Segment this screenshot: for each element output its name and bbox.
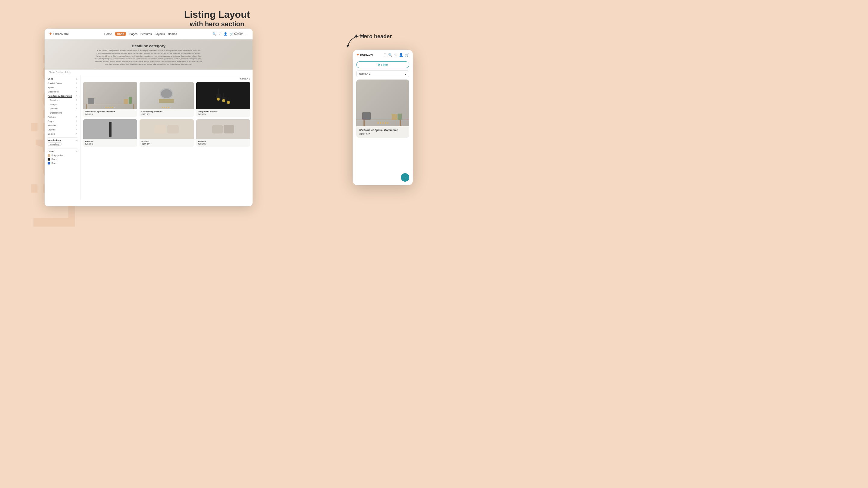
svg-marker-0 (347, 45, 349, 47)
filter-colour: Colour × (48, 150, 78, 153)
product-name-5: Product (141, 140, 192, 142)
filter-tag-luxuryliving[interactable]: luxuryliving (48, 142, 61, 146)
mobile-filter-button[interactable]: ⚙ Filter (356, 61, 409, 68)
hero-annotation: ✦ Hero header (354, 33, 392, 40)
account-icon[interactable]: 👤 (224, 32, 227, 36)
product-card-2[interactable]: ★ ★ ★ ★ ★ Chair with properties €495.95* (140, 82, 193, 117)
browser-nav-links: Home Shop Pages Features Layouts Demos (104, 32, 177, 36)
logo-icon: ✦ (49, 32, 52, 36)
product-name-6: Product (198, 140, 248, 142)
products-grid: ★ ★ ★ ★ ★ 3D Product Spatial Commerce €4… (83, 82, 250, 147)
product-price-2: €495.95* (141, 113, 192, 116)
product-info-2: Chair with properties €495.95* (140, 109, 193, 117)
page-title-main: Listing Layout (184, 9, 250, 20)
mobile-mockup: ✦ HORIZON ☰ 🔍 ♡ 👤 🛒 ⚙ Filter Name A-Z ∨ (352, 50, 413, 185)
product-name-1: 3D Product Spatial Commerce (85, 110, 135, 113)
page-title-sub: with hero section (184, 20, 250, 28)
product-price-4: €495.95* (85, 143, 135, 145)
products-sort-header: Name A-Z (83, 77, 250, 80)
sidebar-item-layouts[interactable]: Layouts ∨ (48, 127, 78, 132)
mobile-scroll-top-button[interactable]: ↑ (401, 173, 409, 182)
interior-objects (83, 82, 137, 109)
mobile-logo: ✦ HORIZON (356, 53, 373, 57)
nav-home[interactable]: Home (104, 32, 112, 36)
mobile-logo-text: HORIZON (360, 53, 373, 56)
nav-pages[interactable]: Pages (129, 32, 137, 36)
color-row-beige[interactable]: Beige yellow (48, 153, 78, 157)
product-card-5[interactable]: Product €495.95* (140, 119, 193, 147)
product-info-4: Product €495.95* (83, 139, 137, 147)
sidebar-item-lamps[interactable]: Lamps ∨ (48, 102, 78, 106)
hero-section: Headline category In the Theme Configura… (44, 39, 253, 70)
mobile-logo-icon: ✦ (356, 53, 359, 57)
product-card-6[interactable]: Product €495.95* (196, 119, 250, 147)
product-price-1: €495.95* (85, 113, 135, 116)
product-name-3: Lamp main product (198, 110, 248, 113)
books-object (124, 99, 128, 104)
mobile-cart-icon[interactable]: 🛒 (405, 53, 409, 57)
mobile-sort-chevron: ∨ (404, 72, 407, 75)
nav-shop[interactable]: Shop (115, 32, 126, 36)
sidebar-item-pages[interactable]: Pages ∨ (48, 119, 78, 123)
color-swatch-blue (48, 162, 50, 164)
filter-manufacturer-close[interactable]: × (76, 139, 78, 141)
product-info-6: Product €495.95* (196, 139, 250, 147)
cart-icon[interactable]: 🛒 €0.00* (230, 32, 243, 36)
filter-colour-close[interactable]: × (76, 150, 78, 153)
browser-navbar: ✦ HORIZON Home Shop Pages Features Layou… (44, 29, 253, 39)
color-swatch-beige (48, 154, 50, 157)
mobile-account-icon[interactable]: 👤 (399, 53, 403, 57)
sidebar-item-garden[interactable]: Garden ∨ (48, 106, 78, 110)
browser-nav-icons: 🔍 ♡ 👤 🛒 €0.00* ⋯ (213, 32, 248, 36)
main-content: Shop ∧ Food & Drinks ∨ Sports ∨ Electron… (44, 75, 253, 200)
mobile-nav-icons: ☰ 🔍 ♡ 👤 🛒 (383, 53, 409, 57)
mobile-product-card-1[interactable]: ★ ★ ★ ★ ★ 3D Product Spatial Commerce €4… (356, 79, 409, 138)
sidebar-item-sports[interactable]: Sports ∨ (48, 85, 78, 90)
product-info-5: Product €495.95* (140, 139, 193, 147)
page-title-area: Listing Layout with hero section (184, 9, 250, 28)
sidebar-item-furniture-decoration[interactable]: Furniture & decoration ∧ (48, 94, 78, 98)
mobile-sort-row[interactable]: Name A-Z ∨ (356, 70, 409, 77)
product-info-3: Lamp main product €495.95* (196, 109, 250, 117)
color-row-black[interactable]: Black (48, 157, 78, 161)
product-card-1[interactable]: ★ ★ ★ ★ ★ 3D Product Spatial Commerce €4… (83, 82, 137, 117)
lamp-shape (216, 87, 230, 104)
sidebar-item-electronics[interactable]: Electronics ∨ (48, 90, 78, 94)
nav-demos[interactable]: Demos (168, 32, 177, 36)
mobile-product-info-1: 3D Product Spatial Commerce €495.95* (356, 126, 409, 138)
sidebar-item-demos[interactable]: Demos ∨ (48, 132, 78, 136)
mobile-search-icon[interactable]: 🔍 (388, 53, 393, 57)
product-image-3 (196, 82, 250, 109)
product-card-4[interactable]: Product €495.95* (83, 119, 137, 147)
logo-text: HORIZON (53, 32, 69, 36)
plant-object (129, 97, 132, 104)
breadcrumb: Shop › Furniture & de... (44, 70, 253, 75)
sidebar-item-furniture[interactable]: Furniture ∨ (48, 98, 78, 102)
product-stars-2: ★ ★ ★ ★ ★ (161, 106, 172, 108)
sidebar-item-fashion[interactable]: Fashion ∨ (48, 115, 78, 119)
sort-label[interactable]: Name A-Z (240, 77, 250, 80)
nav-layouts[interactable]: Layouts (155, 32, 165, 36)
product-price-3: €495.95* (198, 113, 248, 116)
mobile-product-stars: ★ ★ ★ ★ ★ (377, 122, 389, 124)
sidebar-item-food-drinks[interactable]: Food & Drinks ∨ (48, 81, 78, 85)
sidebar-item-decorations[interactable]: Decorations (48, 110, 78, 115)
menu-icon[interactable]: ⋯ (245, 32, 248, 36)
product-image-6 (196, 119, 250, 139)
nav-features[interactable]: Features (141, 32, 152, 36)
product-card-3[interactable]: Lamp main product €495.95* (196, 82, 250, 117)
hero-title: Headline category (132, 44, 165, 48)
sidebar-shop-chevron[interactable]: ∧ (76, 78, 78, 80)
mobile-menu-icon[interactable]: ☰ (383, 53, 386, 57)
sidebar-shop-title: Shop ∧ (48, 77, 78, 80)
product-price-6: €495.95* (198, 143, 248, 145)
product-price-5: €495.95* (141, 143, 192, 145)
mobile-sort-label: Name A-Z (359, 72, 370, 75)
color-row-blue[interactable]: Blue (48, 161, 78, 165)
mobile-wishlist-icon[interactable]: ♡ (394, 53, 397, 57)
hero-description: In the Theme Configuration, you can set … (94, 50, 203, 66)
search-icon[interactable]: 🔍 (213, 32, 216, 36)
wishlist-icon[interactable]: ♡ (218, 32, 221, 36)
product-stars-1: ★ ★ ★ ★ ★ (105, 106, 116, 108)
sidebar-item-features[interactable]: Features ∨ (48, 123, 78, 127)
